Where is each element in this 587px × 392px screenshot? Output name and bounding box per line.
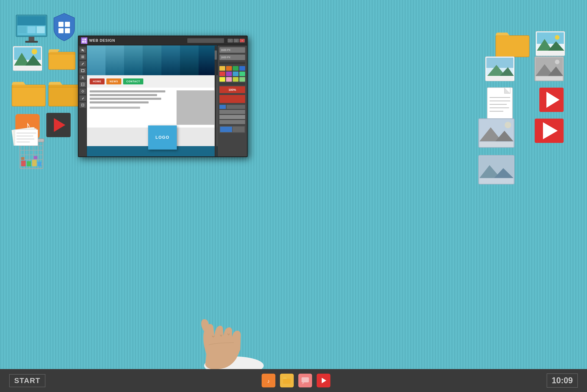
folder-icon-1[interactable]: [48, 47, 76, 70]
layer-input-4[interactable]: [219, 120, 245, 124]
layer-input-2[interactable]: [219, 110, 245, 114]
svg-rect-43: [32, 160, 37, 166]
box-tool[interactable]: [79, 102, 86, 108]
taskbar: START ♪ 10:09: [0, 369, 587, 392]
svg-rect-88: [480, 142, 513, 147]
layer-color-block: [219, 105, 226, 109]
lines-tool[interactable]: [79, 54, 86, 60]
shield-desktop-icon[interactable]: [49, 12, 79, 44]
svg-rect-73: [536, 76, 563, 80]
swatch-lightgreen[interactable]: [239, 77, 245, 82]
folder-icon-3[interactable]: [48, 79, 82, 107]
text-line-1: [90, 90, 165, 92]
text-line-3: [90, 98, 161, 100]
svg-rect-41: [21, 160, 26, 166]
layers-panel: [219, 105, 245, 124]
swatch-lime[interactable]: [233, 77, 238, 82]
taskbar-chat-icon[interactable]: [298, 374, 312, 388]
nav-home-button[interactable]: HOME: [90, 78, 104, 84]
folder-icon-2[interactable]: [11, 79, 46, 107]
height-input[interactable]: 1600 PX: [219, 54, 245, 60]
svg-rect-24: [49, 86, 82, 88]
diamond-tool[interactable]: [79, 88, 86, 94]
mockup-image-placeholder: [177, 90, 214, 125]
width-input[interactable]: 1600 PX: [219, 47, 245, 53]
taskbar-music-icon[interactable]: ♪: [262, 374, 275, 388]
logo-card[interactable]: LOGO: [148, 126, 177, 150]
shape-tool[interactable]: [79, 82, 86, 87]
swatch-purple[interactable]: [226, 72, 232, 76]
nav-news-button[interactable]: NEWS: [106, 78, 121, 84]
folder-right-1-icon[interactable]: [495, 30, 530, 57]
image-right-1-icon[interactable]: [536, 31, 565, 56]
layer-input-3[interactable]: [219, 115, 245, 119]
window-body: A: [79, 46, 247, 156]
mockup-text-content: [90, 90, 174, 125]
text-line-2: [90, 94, 157, 96]
svg-rect-112: [283, 379, 291, 384]
right-properties-panel: 1600 PX 1600 PX: [217, 46, 247, 156]
svg-rect-45: [21, 157, 24, 160]
pen-tool[interactable]: [79, 61, 86, 66]
svg-rect-57: [537, 32, 564, 44]
image-right-3-icon[interactable]: [534, 56, 564, 82]
svg-rect-19: [49, 52, 75, 70]
image-br-2-icon[interactable]: [478, 155, 515, 185]
rectangle-tool[interactable]: [79, 68, 86, 74]
image-br-1-icon[interactable]: [478, 118, 515, 148]
svg-rect-49: [15, 130, 38, 146]
svg-rect-18: [14, 66, 41, 70]
taskbar-folder-icon[interactable]: [280, 374, 294, 388]
play-red-right-icon[interactable]: [539, 87, 564, 112]
cursor-tool[interactable]: [79, 47, 86, 53]
swatch-pink[interactable]: [226, 77, 232, 82]
svg-marker-100: [82, 49, 84, 52]
svg-rect-44: [37, 162, 41, 166]
close-button[interactable]: ✕: [240, 39, 245, 42]
taskbar-play-icon[interactable]: [317, 374, 330, 388]
svg-rect-3: [18, 26, 26, 33]
red-block: [219, 95, 245, 103]
svg-rect-22: [12, 86, 45, 88]
swatch-lightyellow[interactable]: [219, 77, 225, 82]
svg-rect-10: [58, 28, 63, 33]
titlebar-search-bar: [187, 38, 224, 43]
nav-contact-button[interactable]: CONTACT: [123, 78, 143, 84]
bottom-ctrl-2[interactable]: [233, 126, 245, 132]
svg-marker-108: [82, 90, 84, 92]
left-toolbar: A: [79, 46, 87, 156]
canvas-scrollbar[interactable]: [215, 46, 217, 156]
svg-rect-96: [82, 38, 84, 40]
layer-input-1[interactable]: [227, 105, 245, 109]
swatch-blue[interactable]: [239, 66, 245, 71]
scrollbar-thumb[interactable]: [215, 50, 217, 60]
image-icon-1[interactable]: [12, 46, 42, 71]
text-tool[interactable]: A: [79, 75, 86, 80]
swatch-lightblue[interactable]: [233, 72, 238, 76]
doc-right-icon[interactable]: [485, 87, 515, 119]
swatch-mint[interactable]: [239, 72, 245, 76]
maximize-button[interactable]: □: [234, 39, 239, 42]
swatch-orange[interactable]: [226, 66, 232, 71]
bottom-ctrl-1[interactable]: [220, 126, 232, 132]
start-button[interactable]: START: [9, 374, 45, 387]
play-dark-desktop-icon[interactable]: [46, 112, 71, 138]
minimize-button[interactable]: −: [228, 39, 233, 42]
window-canvas: HOME NEWS CONTACT: [87, 46, 217, 156]
svg-rect-105: [81, 70, 84, 72]
svg-rect-97: [84, 38, 86, 40]
monitor-desktop-icon[interactable]: [14, 14, 49, 46]
svg-rect-6: [29, 37, 34, 41]
text-line-4: [90, 102, 149, 104]
swatch-red[interactable]: [219, 72, 225, 76]
image-right-2-icon[interactable]: [485, 56, 515, 82]
taskbar-icons: ♪: [262, 374, 330, 388]
play-red-br-icon[interactable]: [534, 118, 564, 143]
eraser-tool[interactable]: [79, 96, 86, 101]
svg-rect-7: [25, 41, 38, 43]
swatch-green[interactable]: [233, 66, 238, 71]
svg-rect-14: [14, 47, 41, 60]
svg-marker-114: [302, 382, 304, 384]
svg-rect-54: [496, 36, 529, 57]
swatch-yellow[interactable]: [219, 66, 225, 71]
